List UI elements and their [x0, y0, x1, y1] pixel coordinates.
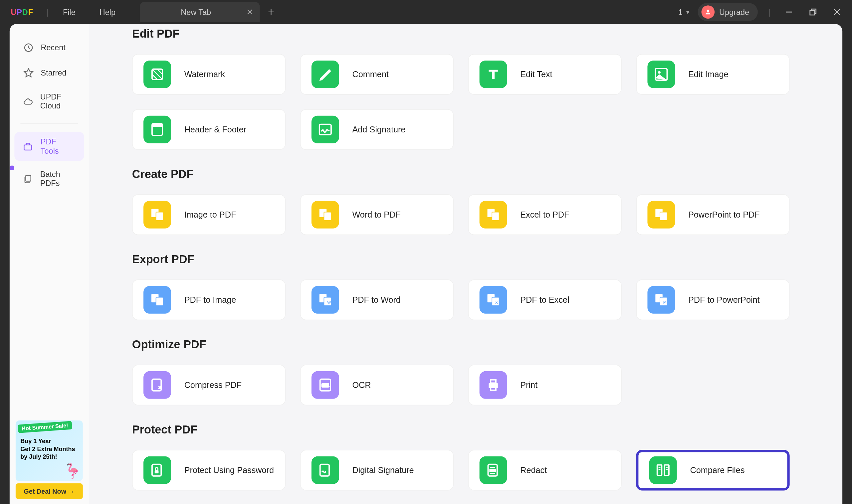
tab-new[interactable]: New Tab ✕ — [139, 2, 260, 22]
edit-image-icon — [647, 60, 675, 88]
compress-icon — [143, 371, 171, 399]
tab-label: New Tab — [181, 8, 211, 17]
sidebar-separator — [20, 123, 78, 124]
tool-powerpoint-to-pdf[interactable]: PowerPoint to PDF — [636, 194, 790, 235]
protect-grid: Protect Using Password Digital Signature… — [132, 450, 806, 491]
app-logo: UPDF — [0, 8, 44, 17]
section-title-edit: Edit PDF — [132, 28, 806, 41]
tool-label: PDF to Word — [352, 294, 401, 305]
sidebar-item-label: Starred — [41, 68, 67, 77]
tool-label: PowerPoint to PDF — [688, 209, 760, 220]
sidebar-item-label: Recent — [41, 43, 66, 52]
digital-signature-icon — [312, 456, 339, 484]
svg-rect-6 — [24, 145, 32, 150]
tool-pdf-to-excel[interactable]: XPDF to Excel — [468, 280, 622, 320]
sidebar-item-label: Batch PDFs — [40, 170, 75, 187]
sidebar-item-label: UPDF Cloud — [40, 92, 75, 110]
tool-label: Add Signature — [352, 124, 405, 135]
tool-compress[interactable]: Compress PDF — [132, 365, 286, 406]
maximize-button[interactable] — [805, 4, 821, 20]
promo-banner[interactable]: Hot Summer Sale! Buy 1 Year Get 2 Extra … — [16, 420, 83, 481]
tool-pdf-to-image[interactable]: PDF to Image — [132, 280, 286, 320]
section-title-export: Export PDF — [132, 253, 806, 267]
header-footer-icon — [143, 116, 171, 143]
sidebar-item-pdf-tools[interactable]: PDF Tools — [14, 132, 84, 161]
close-button[interactable] — [829, 4, 845, 20]
optimize-grid: Compress PDF OCROCR Print — [132, 365, 806, 406]
tool-add-signature[interactable]: Add Signature — [300, 109, 454, 150]
tool-word-to-pdf[interactable]: Word to PDF — [300, 194, 454, 235]
tool-comment[interactable]: Comment — [300, 54, 454, 95]
tool-print[interactable]: Print — [468, 365, 622, 406]
tool-header-footer[interactable]: Header & Footer — [132, 109, 286, 150]
promo-ribbon: Hot Summer Sale! — [18, 421, 72, 433]
main-content: Edit PDF Watermark Comment Edit Text Edi… — [89, 24, 842, 504]
toolbox-icon — [23, 141, 34, 152]
tool-label: PDF to Image — [184, 294, 236, 305]
tool-excel-to-pdf[interactable]: Excel to PDF — [468, 194, 622, 235]
minimize-button[interactable] — [781, 4, 797, 20]
account-count: 1 — [678, 8, 682, 17]
tool-label: Edit Text — [520, 69, 552, 80]
watermark-icon — [143, 60, 171, 88]
indicator-dot-icon — [10, 166, 14, 170]
tool-ocr[interactable]: OCROCR — [300, 365, 454, 406]
word-to-pdf-icon — [312, 201, 339, 229]
tool-label: Excel to PDF — [520, 209, 569, 220]
pdf-to-excel-icon: X — [479, 286, 507, 314]
menu-file[interactable]: File — [51, 8, 88, 17]
upgrade-button[interactable]: Upgrade — [697, 3, 758, 21]
svg-rect-41 — [155, 470, 159, 473]
tool-label: OCR — [352, 380, 371, 391]
tool-digital-signature[interactable]: Digital Signature — [300, 450, 454, 491]
tool-label: Print — [520, 380, 537, 391]
tool-label: PDF to PowerPoint — [688, 294, 760, 305]
signature-icon — [312, 116, 339, 143]
svg-rect-47 — [657, 465, 662, 475]
tab-close-icon[interactable]: ✕ — [246, 7, 254, 17]
section-title-create: Create PDF — [132, 168, 806, 181]
avatar-icon — [701, 5, 714, 19]
star-icon — [23, 67, 34, 78]
cloud-icon — [23, 96, 33, 106]
tool-label: Protect Using Password — [184, 465, 273, 476]
pdf-to-word-icon: W — [312, 286, 339, 314]
tool-protect-password[interactable]: Protect Using Password — [132, 450, 286, 491]
svg-rect-13 — [319, 124, 331, 135]
sidebar-item-cloud[interactable]: UPDF Cloud — [14, 87, 84, 116]
new-tab-button[interactable]: + — [260, 6, 283, 18]
account-switcher[interactable]: 1 ▾ — [678, 8, 689, 17]
tool-label: PDF to Excel — [520, 294, 569, 305]
sidebar-item-recent[interactable]: Recent — [14, 37, 84, 58]
svg-rect-7 — [25, 175, 31, 181]
promo-cta-button[interactable]: Get Deal Now → — [16, 483, 83, 499]
promo-widget: Hot Summer Sale! Buy 1 Year Get 2 Extra … — [16, 420, 83, 499]
tool-image-to-pdf[interactable]: Image to PDF — [132, 194, 286, 235]
sidebar-item-label: PDF Tools — [41, 138, 75, 155]
tool-redact[interactable]: Redact — [468, 450, 622, 491]
sidebar-item-starred[interactable]: Starred — [14, 62, 84, 84]
menu-help[interactable]: Help — [88, 8, 127, 17]
tool-edit-image[interactable]: Edit Image — [636, 54, 790, 95]
tool-label: Edit Image — [688, 69, 729, 80]
svg-point-0 — [707, 10, 709, 12]
section-title-protect: Protect PDF — [132, 424, 806, 437]
svg-rect-45 — [490, 469, 495, 471]
tool-pdf-to-powerpoint[interactable]: PPDF to PowerPoint — [636, 280, 790, 320]
tool-pdf-to-word[interactable]: WPDF to Word — [300, 280, 454, 320]
svg-rect-38 — [491, 380, 496, 383]
svg-rect-2 — [810, 10, 815, 15]
tool-label: Image to PDF — [184, 209, 236, 220]
svg-text:W: W — [327, 300, 331, 304]
export-grid: PDF to Image WPDF to Word XPDF to Excel … — [132, 280, 806, 320]
tool-label: Word to PDF — [352, 209, 401, 220]
tool-watermark[interactable]: Watermark — [132, 54, 286, 95]
svg-rect-19 — [492, 212, 499, 220]
svg-text:P: P — [663, 300, 666, 304]
svg-rect-17 — [324, 212, 331, 220]
tool-edit-text[interactable]: Edit Text — [468, 54, 622, 95]
sidebar-item-batch[interactable]: Batch PDFs — [14, 164, 84, 193]
svg-rect-12 — [152, 124, 162, 127]
edit-grid: Watermark Comment Edit Text Edit Image H… — [132, 54, 806, 150]
tool-compare-files[interactable]: Compare Files — [636, 450, 790, 491]
